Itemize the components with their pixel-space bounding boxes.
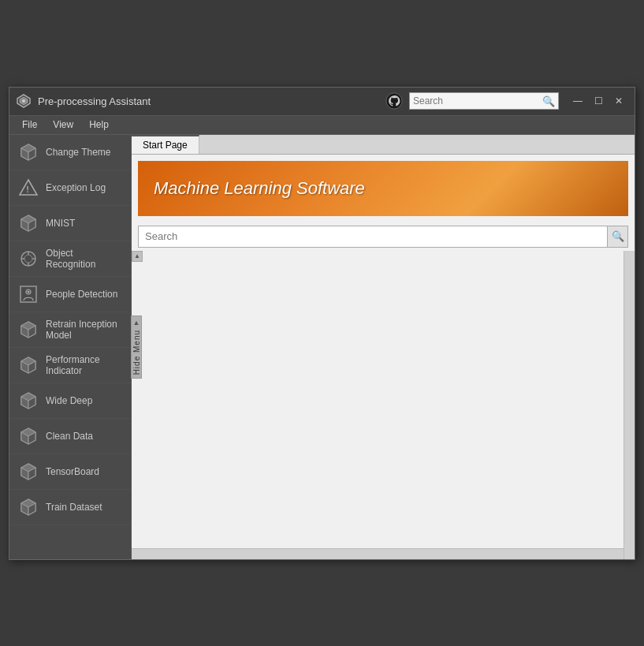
sidebar-item-wide-deep[interactable]: Wide Deep [9, 383, 131, 419]
svg-text:!: ! [26, 185, 29, 194]
minimize-button[interactable]: — [568, 91, 587, 110]
tabs-bar: Start Page [132, 135, 635, 155]
object-recognition-icon [17, 248, 39, 270]
tensorboard-icon [17, 461, 39, 483]
sidebar: Change Theme ! Exception Log MNIST [9, 135, 132, 559]
app-logo [16, 93, 32, 109]
retrain-icon [17, 319, 39, 341]
sidebar-item-tensorboard[interactable]: TensorBoard [9, 454, 131, 490]
tab-start-page[interactable]: Start Page [132, 135, 199, 154]
sidebar-item-object-recognition[interactable]: Object Recognition [9, 241, 131, 277]
widedeep-icon [17, 390, 39, 412]
scrollbar-bottom[interactable] [132, 548, 624, 559]
scroll-up-button[interactable]: ▲ [132, 251, 143, 262]
theme-icon [17, 141, 39, 163]
hide-menu-label: Hide Menu [132, 330, 141, 375]
svg-point-22 [28, 290, 30, 293]
svg-point-2 [22, 99, 25, 103]
cleandata-icon [17, 425, 39, 447]
scrollbar-right[interactable] [624, 251, 635, 559]
inner-search-button[interactable]: 🔍 [607, 226, 627, 247]
sidebar-item-change-theme[interactable]: Change Theme [9, 135, 131, 170]
content-area: ▲ ▼ [132, 251, 635, 559]
sidebar-item-clean-data[interactable]: Clean Data [9, 419, 131, 454]
performance-icon [17, 354, 39, 376]
window-title: Pre-processing Assistant [38, 95, 385, 107]
exception-icon: ! [17, 177, 39, 199]
title-search-icon: 🔍 [542, 95, 555, 107]
inner-search-input[interactable] [139, 227, 607, 245]
sidebar-label-retrain-inception: Retrain Inception Model [46, 319, 123, 341]
github-icon[interactable] [385, 92, 403, 110]
traindataset-icon [17, 496, 39, 518]
sidebar-label-tensorboard: TensorBoard [46, 466, 99, 477]
menu-help[interactable]: Help [81, 118, 117, 132]
sidebar-label-change-theme: Change Theme [46, 147, 111, 158]
maximize-button[interactable]: ☐ [589, 91, 608, 110]
menu-view[interactable]: View [45, 118, 81, 132]
menu-bar: File View Help [9, 116, 635, 135]
mnist-icon [17, 212, 39, 234]
sidebar-item-people-detection[interactable]: People Detection [9, 277, 131, 312]
sidebar-item-performance-indicator[interactable]: Performance Indicator [9, 348, 131, 383]
title-search-box[interactable]: 🔍 [409, 92, 559, 110]
sidebar-label-train-dataset: Train Dataset [46, 502, 102, 513]
title-bar: Pre-processing Assistant 🔍 — ☐ ✕ [9, 88, 635, 116]
sidebar-label-mnist: MNIST [46, 218, 75, 229]
sidebar-label-performance-indicator: Performance Indicator [46, 354, 123, 376]
sidebar-label-clean-data: Clean Data [46, 431, 93, 442]
sidebar-label-object-recognition: Object Recognition [46, 248, 123, 270]
sidebar-label-wide-deep: Wide Deep [46, 395, 92, 406]
sidebar-item-train-dataset[interactable]: Train Dataset [9, 490, 131, 525]
window-controls: — ☐ ✕ [568, 91, 628, 110]
sidebar-item-retrain-inception[interactable]: Retrain Inception Model [9, 312, 131, 348]
people-detection-icon [17, 283, 39, 305]
hide-menu-button[interactable]: ▲ Hide Menu [131, 316, 142, 379]
banner-title: Machine Learning Software [154, 178, 365, 199]
sidebar-item-mnist[interactable]: MNIST [9, 206, 131, 241]
sidebar-label-people-detection: People Detection [46, 289, 117, 300]
main-content: Change Theme ! Exception Log MNIST [9, 135, 635, 559]
title-search-input[interactable] [413, 95, 542, 106]
sidebar-item-exception-log[interactable]: ! Exception Log [9, 170, 131, 206]
banner: Machine Learning Software [138, 161, 628, 216]
sidebar-label-exception-log: Exception Log [46, 182, 106, 193]
close-button[interactable]: ✕ [609, 91, 628, 110]
main-window: Pre-processing Assistant 🔍 — ☐ ✕ File Vi… [9, 87, 635, 560]
menu-file[interactable]: File [14, 118, 45, 132]
inner-search-container: 🔍 [138, 226, 628, 248]
svg-point-15 [24, 255, 32, 263]
